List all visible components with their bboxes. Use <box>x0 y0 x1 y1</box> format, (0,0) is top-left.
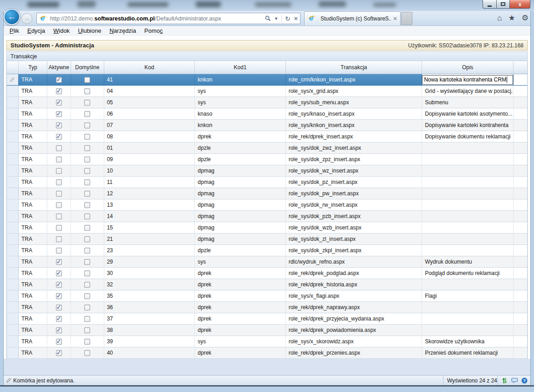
domyslne-checkbox[interactable] <box>84 77 90 83</box>
domyslne-checkbox[interactable] <box>84 225 90 231</box>
domyslne-checkbox[interactable] <box>84 305 90 311</box>
domyslne-checkbox[interactable] <box>84 236 90 242</box>
forward-button[interactable]: → <box>21 13 32 24</box>
table-row[interactable]: TRA30dprekrole_rek/dprek_podglad.aspxPod… <box>7 268 527 279</box>
maximize-button[interactable] <box>496 0 509 9</box>
browser-tab[interactable]: e StudioSystem (c) SoftwareS... ✕ <box>304 11 401 25</box>
domyslne-checkbox[interactable] <box>84 88 90 94</box>
aktywne-checkbox[interactable] <box>56 350 62 356</box>
aktywne-checkbox[interactable] <box>56 157 62 163</box>
domyslne-checkbox[interactable] <box>84 168 90 174</box>
row-selector-cell[interactable] <box>7 188 19 199</box>
aktywne-checkbox[interactable] <box>56 179 62 185</box>
menu-item-plik[interactable]: Plik <box>5 26 23 35</box>
row-selector-cell[interactable] <box>7 86 19 97</box>
menu-item-narzędzia[interactable]: Narzędzia <box>105 26 140 35</box>
aktywne-checkbox[interactable] <box>56 248 62 254</box>
domyslne-checkbox[interactable] <box>84 145 90 151</box>
aktywne-checkbox[interactable] <box>56 77 62 83</box>
refresh-data-icon[interactable] <box>501 377 508 384</box>
menu-item-widok[interactable]: Widok <box>49 26 74 35</box>
search-icon[interactable] <box>265 15 271 21</box>
stop-icon[interactable]: ✕ <box>294 15 298 22</box>
opis-edit-input[interactable]: Nowa kartoteka kontrahenta CRM <box>422 75 513 85</box>
aktywne-checkbox[interactable] <box>56 122 62 128</box>
tab-close-icon[interactable]: ✕ <box>393 15 397 22</box>
domyslne-checkbox[interactable] <box>84 134 90 140</box>
row-selector-cell[interactable] <box>7 290 19 302</box>
table-row[interactable]: TRA23dpzlerole_sys/dok_zkpl_insert.aspx <box>7 245 527 256</box>
row-selector-cell[interactable] <box>7 154 19 165</box>
domyslne-checkbox[interactable] <box>84 293 90 299</box>
column-header-transakcja[interactable]: Transakcja <box>286 61 422 74</box>
home-icon[interactable]: ⌂ <box>497 14 502 23</box>
row-selector-cell[interactable] <box>7 177 19 188</box>
url-text[interactable]: http://2012.demo.softwarestudio.com.pl/D… <box>50 15 265 22</box>
aktywne-checkbox[interactable] <box>56 145 62 151</box>
domyslne-checkbox[interactable] <box>84 282 90 288</box>
row-selector-cell[interactable] <box>7 302 19 313</box>
aktywne-checkbox[interactable] <box>56 214 62 219</box>
table-row[interactable]: TRA21dpmagrole_sys/dok_zl_insert.aspx <box>7 234 527 245</box>
domyslne-checkbox[interactable] <box>84 270 90 276</box>
aktywne-checkbox[interactable] <box>56 191 62 197</box>
search-dropdown-icon[interactable]: ▼ <box>274 16 278 21</box>
row-selector-cell[interactable] <box>7 256 19 268</box>
row-selector-cell[interactable] <box>7 97 19 108</box>
row-selector-cell[interactable] <box>7 279 19 290</box>
column-header-kod1[interactable]: Kod1 <box>195 61 286 74</box>
row-selector-cell[interactable] <box>7 325 19 336</box>
new-tab-button[interactable] <box>401 12 412 25</box>
table-row[interactable]: TRA38dprekrole_rek/dprek_powiadomienia.a… <box>7 325 527 336</box>
refresh-page-icon[interactable]: ↻ <box>285 15 290 22</box>
aktywne-checkbox[interactable] <box>56 202 62 208</box>
aktywne-checkbox[interactable] <box>56 100 62 106</box>
settings-gear-icon[interactable]: ⚙ <box>522 14 529 23</box>
table-row[interactable]: TRA39sysrole_sys/x_skorowidz.aspxSkorowi… <box>7 336 527 347</box>
comment-icon[interactable] <box>511 377 518 383</box>
aktywne-checkbox[interactable] <box>56 111 62 117</box>
table-row[interactable]: TRA05sysrole_sys/sub_menu.aspxSubmenu <box>7 97 527 108</box>
table-row[interactable]: TRA04sysrole_sys/x_grid.aspxGrid - wyświ… <box>7 86 527 97</box>
table-row[interactable]: TRA36dprekrole_rek/dprek_naprawy.aspx <box>7 302 527 313</box>
domyslne-checkbox[interactable] <box>84 327 90 333</box>
aktywne-checkbox[interactable] <box>56 305 62 311</box>
domyslne-checkbox[interactable] <box>84 179 90 185</box>
row-selector-cell[interactable] <box>7 234 19 245</box>
close-button[interactable]: x <box>509 0 530 9</box>
domyslne-checkbox[interactable] <box>84 316 90 322</box>
row-selector-cell[interactable] <box>7 199 19 211</box>
menu-item-c[interactable]: Pomoc <box>140 26 167 35</box>
aktywne-checkbox[interactable] <box>56 134 62 140</box>
minimize-button[interactable] <box>483 0 496 9</box>
domyslne-checkbox[interactable] <box>84 248 90 254</box>
aktywne-checkbox[interactable] <box>56 327 62 333</box>
column-header-domyślne[interactable]: Domyślne <box>71 61 104 74</box>
row-selector-cell[interactable] <box>7 74 19 86</box>
table-row[interactable]: TRA07knkonrole_sys/knkon_insert.aspxDopi… <box>7 120 527 131</box>
domyslne-checkbox[interactable] <box>84 122 90 128</box>
domyslne-checkbox[interactable] <box>84 214 90 219</box>
domyslne-checkbox[interactable] <box>84 350 90 356</box>
domyslne-checkbox[interactable] <box>84 259 90 265</box>
table-row[interactable]: TRA10dpmagrole_sys/dok_wz_insert.aspx <box>7 165 527 177</box>
domyslne-checkbox[interactable] <box>84 339 90 345</box>
aktywne-checkbox[interactable] <box>56 293 62 299</box>
row-selector-cell[interactable] <box>7 268 19 279</box>
window-titlebar[interactable]: x <box>0 0 534 11</box>
address-bar[interactable]: e http://2012.demo.softwarestudio.com.pl… <box>36 13 300 24</box>
aktywne-checkbox[interactable] <box>56 270 62 276</box>
menu-item-edycja[interactable]: Edycja <box>23 26 49 35</box>
table-row[interactable]: TRA09dpzlerole_sys/dok_zpz_insert.aspx <box>7 154 527 165</box>
table-row[interactable]: TRA35dprekrole_sys/x_flagi.aspxFlagi <box>7 290 527 302</box>
table-row[interactable]: TRA41knkonrole_crm/knkon_insert.aspxNowa… <box>7 74 527 86</box>
table-row[interactable]: TRA13dpmagrole_sys/dok_rw_insert.aspx <box>7 199 527 211</box>
aktywne-checkbox[interactable] <box>56 236 62 242</box>
aktywne-checkbox[interactable] <box>56 168 62 174</box>
row-selector-cell[interactable] <box>7 222 19 234</box>
row-selector-cell[interactable] <box>7 211 19 222</box>
column-header-typ[interactable]: Typ <box>19 61 47 74</box>
aktywne-checkbox[interactable] <box>56 339 62 345</box>
aktywne-checkbox[interactable] <box>56 259 62 265</box>
table-row[interactable]: TRA01dpzlerole_sys/dok_zwz_insert.aspx <box>7 143 527 154</box>
